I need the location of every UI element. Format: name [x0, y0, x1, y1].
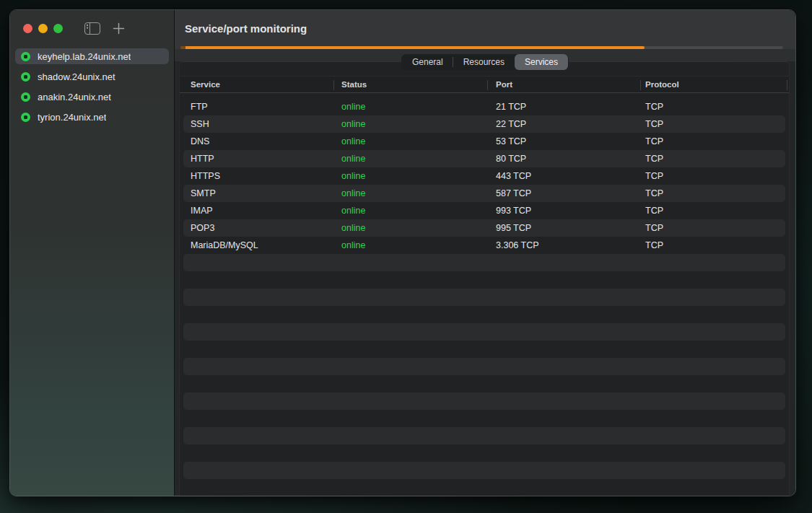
table-row-empty[interactable]: [180, 462, 789, 479]
cell-protocol: TCP: [640, 171, 789, 181]
cell-service: IMAP: [180, 206, 333, 216]
server-label: tyrion.24unix.net: [38, 112, 106, 123]
table-row[interactable]: HTTPSonline443 TCPTCP: [180, 167, 789, 185]
cell-status: online: [333, 154, 487, 164]
cell-service: HTTPS: [180, 171, 333, 181]
cell-port: 80 TCP: [487, 154, 640, 164]
services-panel: ServiceStatusPortProtocol FTPonline21 TC…: [179, 61, 790, 496]
cell-status: online: [333, 223, 487, 233]
content-area: Service/port monitoring GeneralResources…: [175, 10, 795, 496]
cell-service: FTP: [180, 102, 333, 112]
cell-port: 22 TCP: [487, 119, 640, 129]
table-row-empty[interactable]: [180, 410, 789, 427]
sidebar-item-server[interactable]: keyhelp.lab.24unix.net: [15, 48, 169, 64]
server-label: anakin.24unix.net: [38, 92, 111, 102]
minimize-button[interactable]: [38, 24, 48, 33]
table-row-empty[interactable]: [180, 306, 789, 323]
cell-service: DNS: [180, 136, 333, 146]
toggle-sidebar-icon[interactable]: [84, 22, 100, 35]
sidebar-item-server[interactable]: anakin.24unix.net: [15, 89, 169, 105]
sidebar-item-server[interactable]: tyrion.24unix.net: [15, 109, 169, 125]
table-row[interactable]: HTTPonline80 TCPTCP: [180, 150, 789, 167]
cell-status: online: [333, 240, 487, 250]
table-row-empty[interactable]: [180, 358, 789, 375]
table-row[interactable]: POP3online995 TCPTCP: [180, 219, 789, 237]
cell-protocol: TCP: [640, 206, 789, 216]
titlebar: Service/port monitoring: [175, 10, 795, 46]
table-row-empty[interactable]: [180, 254, 789, 271]
table-row[interactable]: DNSonline53 TCPTCP: [180, 133, 789, 150]
cell-port: 21 TCP: [487, 102, 640, 112]
table-row[interactable]: IMAPonline993 TCPTCP: [180, 202, 789, 219]
table-row-empty[interactable]: [180, 427, 789, 444]
cell-service: SMTP: [180, 188, 333, 198]
column-header-protocol[interactable]: Protocol: [640, 80, 789, 89]
cell-port: 587 TCP: [487, 188, 640, 198]
cell-status: online: [333, 206, 487, 216]
cell-port: 995 TCP: [487, 223, 640, 233]
table-row-empty[interactable]: [180, 323, 789, 341]
page-title: Service/port monitoring: [185, 22, 307, 35]
tab-resources[interactable]: Resources: [453, 54, 515, 70]
cell-status: online: [333, 119, 487, 129]
table-row-empty[interactable]: [180, 444, 789, 462]
cell-port: 3.306 TCP: [487, 240, 640, 250]
server-status-icon: [21, 72, 30, 82]
cell-protocol: TCP: [640, 119, 789, 129]
server-status-icon: [21, 92, 30, 102]
cell-status: online: [333, 136, 487, 146]
close-button[interactable]: [23, 24, 32, 33]
cell-port: 443 TCP: [487, 171, 640, 181]
table-rows: FTPonline21 TCPTCPSSHonline22 TCPTCPDNSo…: [180, 98, 789, 479]
cell-service: HTTP: [180, 154, 333, 164]
table-header: ServiceStatusPortProtocol: [180, 76, 789, 93]
table-row-empty[interactable]: [180, 289, 789, 306]
cell-protocol: TCP: [640, 188, 789, 198]
cell-port: 993 TCP: [487, 206, 640, 216]
table-row-empty[interactable]: [180, 341, 789, 358]
table-row-empty[interactable]: [180, 375, 789, 393]
table-row[interactable]: SMTPonline587 TCPTCP: [180, 185, 789, 202]
tab-general[interactable]: General: [402, 54, 453, 70]
column-header-service[interactable]: Service: [180, 80, 333, 89]
tab-bar: GeneralResourcesServices: [401, 54, 569, 70]
column-header-status[interactable]: Status: [333, 80, 487, 89]
zoom-button[interactable]: [53, 24, 63, 33]
column-header-port[interactable]: Port: [487, 80, 640, 89]
cell-protocol: TCP: [640, 102, 789, 112]
add-server-icon[interactable]: [113, 22, 125, 35]
table-row-empty[interactable]: [180, 393, 789, 410]
tab-view-body: GeneralResourcesServices ServiceStatusPo…: [175, 49, 795, 496]
server-label: shadow.24unix.net: [38, 71, 115, 82]
cell-protocol: TCP: [640, 240, 789, 250]
cell-service: POP3: [180, 223, 333, 233]
table-row-empty[interactable]: [180, 271, 789, 289]
server-status-icon: [21, 113, 30, 122]
cell-service: MariaDB/MySQL: [180, 240, 333, 250]
tab-services[interactable]: Services: [515, 54, 568, 70]
table-row[interactable]: MariaDB/MySQLonline3.306 TCPTCP: [180, 237, 789, 254]
app-window: keyhelp.lab.24unix.netshadow.24unix.neta…: [9, 9, 796, 496]
server-label: keyhelp.lab.24unix.net: [38, 51, 131, 62]
cell-status: online: [333, 188, 487, 198]
table-row[interactable]: SSHonline22 TCPTCP: [180, 115, 789, 133]
cell-status: online: [333, 171, 487, 181]
cell-port: 53 TCP: [487, 136, 640, 146]
sidebar: keyhelp.lab.24unix.netshadow.24unix.neta…: [10, 10, 174, 496]
cell-protocol: TCP: [640, 136, 789, 146]
cell-protocol: TCP: [640, 223, 789, 233]
sidebar-item-server[interactable]: shadow.24unix.net: [15, 69, 169, 84]
table-row[interactable]: FTPonline21 TCPTCP: [180, 98, 789, 115]
server-list: keyhelp.lab.24unix.netshadow.24unix.neta…: [10, 48, 174, 129]
cell-status: online: [333, 102, 487, 112]
sidebar-toolbar: [10, 10, 174, 46]
server-status-icon: [21, 52, 30, 61]
cell-service: SSH: [180, 119, 333, 129]
cell-protocol: TCP: [640, 154, 789, 164]
